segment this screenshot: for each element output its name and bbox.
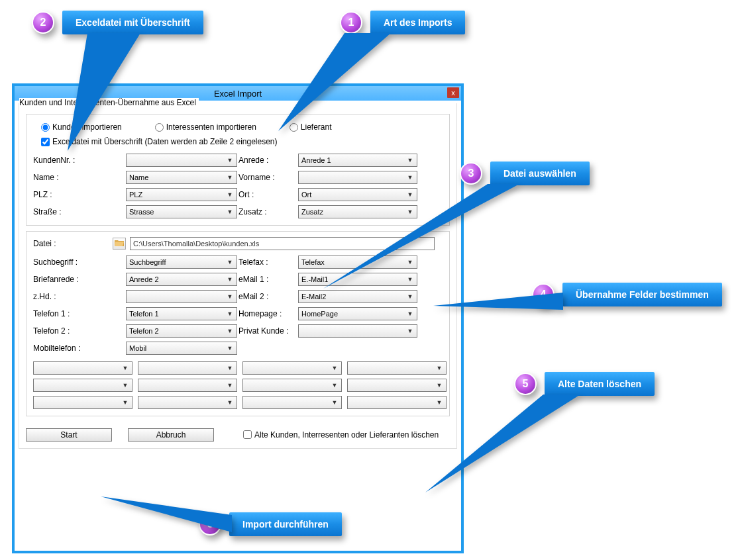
callout-3-number: 3 xyxy=(460,162,482,185)
extra-combos: ▼ ▼ ▼ ▼ ▼ ▼ ▼ ▼ ▼ ▼ ▼ ▼ xyxy=(33,361,443,409)
combo-zhd[interactable]: ▼ xyxy=(126,290,237,303)
combo-privatkunde[interactable]: ▼ xyxy=(298,324,417,338)
close-icon[interactable]: x xyxy=(447,87,459,98)
chevron-down-icon: ▼ xyxy=(225,156,235,165)
combo-email2-value: E-Mail2 xyxy=(301,293,326,301)
label-homepage: Homepage : xyxy=(238,309,298,318)
callout-3-tail xyxy=(322,184,521,290)
label-telefon1: Telefon 1 : xyxy=(33,309,126,318)
radio-interessenten[interactable]: Interessenten importieren xyxy=(155,122,256,132)
chevron-down-icon: ▼ xyxy=(225,344,235,353)
combo-vorname[interactable]: ▼ xyxy=(298,171,417,184)
chevron-down-icon: ▼ xyxy=(225,292,235,301)
radio-kunden-input[interactable] xyxy=(41,123,50,132)
svg-marker-5 xyxy=(101,496,232,532)
chevron-down-icon: ▼ xyxy=(225,173,235,182)
combo-extra-10[interactable]: ▼ xyxy=(138,396,237,409)
combo-telefon1-value: Telefon 1 xyxy=(129,310,159,318)
callout-2: 2 Exceldatei mit Überschrift xyxy=(32,11,203,34)
label-kundennr: KundenNr. : xyxy=(33,156,126,165)
chevron-down-icon: ▼ xyxy=(405,326,415,336)
callout-5: 5 Alte Daten löschen xyxy=(514,372,655,396)
label-ort: Ort : xyxy=(238,190,298,199)
combo-strasse-value: Strasse xyxy=(129,208,154,216)
combo-name[interactable]: Name▼ xyxy=(126,171,237,184)
chevron-down-icon: ▼ xyxy=(405,173,415,182)
label-briefanrede: Briefanrede : xyxy=(33,275,126,284)
chevron-down-icon: ▼ xyxy=(225,381,235,390)
combo-extra-8[interactable]: ▼ xyxy=(347,379,447,392)
callout-1-tail xyxy=(272,33,404,132)
chevron-down-icon: ▼ xyxy=(225,275,235,284)
combo-suchbegriff[interactable]: Suchbegriff▼ xyxy=(126,256,237,269)
combo-anrede[interactable]: Anrede 1▼ xyxy=(298,154,417,167)
combo-briefanrede-value: Anrede 2 xyxy=(129,275,159,283)
label-email1: eMail 1 : xyxy=(238,275,298,284)
combo-extra-11[interactable]: ▼ xyxy=(242,396,342,409)
svg-marker-1 xyxy=(68,33,140,151)
combo-kundennr[interactable]: ▼ xyxy=(126,154,237,167)
chevron-down-icon: ▼ xyxy=(225,363,235,373)
svg-marker-4 xyxy=(425,395,580,492)
checkbox-delete-old-label: Alte Kunden, Interresenten oder Lieferan… xyxy=(254,430,439,440)
chevron-down-icon: ▼ xyxy=(121,363,130,373)
callout-1-label: Art des Imports xyxy=(370,11,465,34)
checkbox-delete-old[interactable]: Alte Kunden, Interresenten oder Lieferan… xyxy=(243,430,439,440)
chevron-down-icon: ▼ xyxy=(405,156,415,165)
chevron-down-icon: ▼ xyxy=(330,381,339,390)
combo-extra-9[interactable]: ▼ xyxy=(33,396,132,409)
open-file-button[interactable] xyxy=(113,238,126,250)
combo-briefanrede[interactable]: Anrede 2▼ xyxy=(126,273,237,286)
combo-extra-1[interactable]: ▼ xyxy=(33,361,132,375)
combo-telefon2[interactable]: Telefon 2▼ xyxy=(126,324,237,338)
chevron-down-icon: ▼ xyxy=(121,381,130,390)
callout-5-tail xyxy=(424,395,583,494)
window-title: Excel Import xyxy=(214,89,262,99)
chevron-down-icon: ▼ xyxy=(225,326,235,336)
callout-1-number: 1 xyxy=(340,11,362,34)
checkbox-header-input[interactable] xyxy=(41,138,50,146)
start-button[interactable]: Start xyxy=(26,428,112,442)
combo-mobil[interactable]: Mobil▼ xyxy=(126,342,237,355)
cancel-button[interactable]: Abbruch xyxy=(128,428,214,442)
combo-plz[interactable]: PLZ▼ xyxy=(126,188,237,201)
label-zhd: z.Hd. : xyxy=(33,292,126,301)
combo-email2[interactable]: E-Mail2▼ xyxy=(298,290,417,303)
svg-marker-2 xyxy=(323,184,519,289)
combo-zusatz-value: Zusatz xyxy=(301,208,323,216)
callout-2-label: Exceldatei mit Überschrift xyxy=(62,11,203,34)
label-strasse: Straße : xyxy=(33,207,126,216)
chevron-down-icon: ▼ xyxy=(435,363,444,373)
label-telefon2: Telefon 2 : xyxy=(33,326,126,336)
chevron-down-icon: ▼ xyxy=(435,381,444,390)
combo-mobil-value: Mobil xyxy=(129,344,146,352)
chevron-down-icon: ▼ xyxy=(330,398,339,407)
chevron-down-icon: ▼ xyxy=(225,190,235,199)
combo-extra-5[interactable]: ▼ xyxy=(33,379,132,392)
combo-telefon2-value: Telefon 2 xyxy=(129,327,159,335)
svg-marker-3 xyxy=(433,293,563,310)
excel-import-window: Excel Import x Kunden und Interressenten… xyxy=(12,83,464,553)
combo-name-value: Name xyxy=(129,173,148,181)
combo-extra-2[interactable]: ▼ xyxy=(138,361,237,375)
combo-extra-3[interactable]: ▼ xyxy=(242,361,342,375)
combo-plz-value: PLZ xyxy=(129,191,142,199)
callout-4-tail xyxy=(432,290,564,316)
combo-telefon1[interactable]: Telefon 1▼ xyxy=(126,307,237,320)
chevron-down-icon: ▼ xyxy=(330,363,339,373)
chevron-down-icon: ▼ xyxy=(225,309,235,318)
chevron-down-icon: ▼ xyxy=(225,257,235,267)
combo-extra-4[interactable]: ▼ xyxy=(347,361,447,375)
label-anrede: Anrede : xyxy=(238,156,298,165)
combo-extra-7[interactable]: ▼ xyxy=(242,379,342,392)
checkbox-delete-old-input[interactable] xyxy=(243,430,252,439)
label-suchbegriff: Suchbegriff : xyxy=(33,257,126,267)
combo-homepage[interactable]: HomePage▼ xyxy=(298,307,417,320)
chevron-down-icon: ▼ xyxy=(121,398,130,407)
label-name: Name : xyxy=(33,173,126,182)
callout-4-label: Übernahme Felder bestimmen xyxy=(562,283,722,306)
folder-open-icon xyxy=(115,240,124,247)
label-email2: eMail 2 : xyxy=(238,292,298,301)
combo-strasse[interactable]: Strasse▼ xyxy=(126,205,237,218)
combo-extra-6[interactable]: ▼ xyxy=(138,379,237,392)
